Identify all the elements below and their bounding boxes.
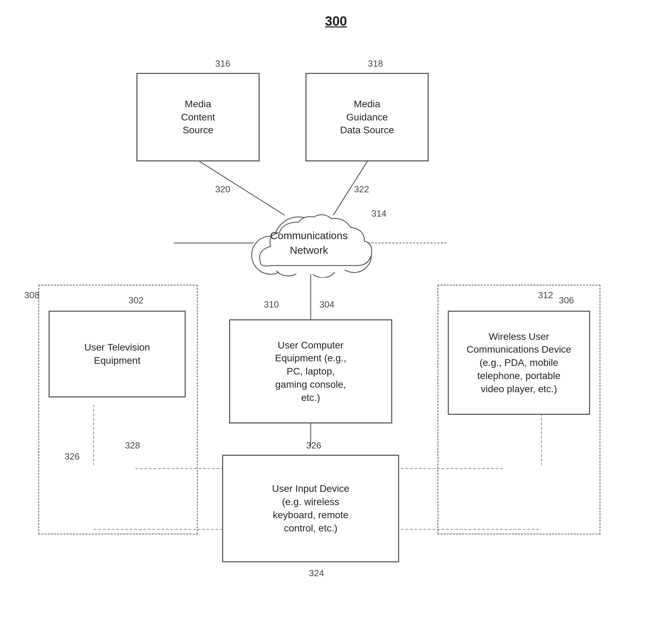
ref-328: 328 — [125, 440, 140, 451]
user-television-box: User Television Equipment — [49, 311, 186, 397]
network-label: Communications Network — [270, 228, 347, 258]
ref-316: 316 — [215, 58, 230, 69]
media-content-source-label: Media Content Source — [181, 98, 215, 137]
diagram: 300 316 Media Content Source 318 Media G… — [0, 0, 672, 630]
ref-302: 302 — [128, 295, 143, 306]
media-guidance-box: Media Guidance Data Source — [305, 73, 429, 161]
media-guidance-label: Media Guidance Data Source — [340, 98, 394, 137]
ref-320: 320 — [215, 184, 230, 195]
ref-322: 322 — [354, 184, 369, 195]
user-computer-label: User Computer Equipment (e.g., PC, lapto… — [275, 339, 346, 404]
ref-324: 324 — [309, 568, 324, 579]
media-content-source-box: Media Content Source — [136, 73, 260, 161]
communications-network-cloud: Communications Network — [229, 201, 389, 278]
ref-306: 306 — [559, 295, 574, 306]
ref-312: 312 — [538, 290, 553, 301]
ref-308: 308 — [24, 290, 39, 301]
ref-326a: 326 — [65, 451, 79, 462]
user-computer-box: User Computer Equipment (e.g., PC, lapto… — [229, 319, 392, 423]
ref-310: 310 — [264, 299, 279, 310]
ref-304: 304 — [319, 299, 334, 310]
user-input-box: User Input Device (e.g. wireless keyboar… — [222, 455, 399, 562]
wireless-user-box: Wireless User Communications Device (e.g… — [448, 311, 590, 415]
user-input-label: User Input Device (e.g. wireless keyboar… — [272, 482, 350, 535]
ref-326b: 326 — [306, 440, 321, 451]
ref-318: 318 — [368, 58, 383, 69]
figure-title: 300 — [325, 14, 347, 29]
wireless-user-label: Wireless User Communications Device (e.g… — [467, 330, 571, 396]
user-television-label: User Television Equipment — [84, 341, 150, 367]
